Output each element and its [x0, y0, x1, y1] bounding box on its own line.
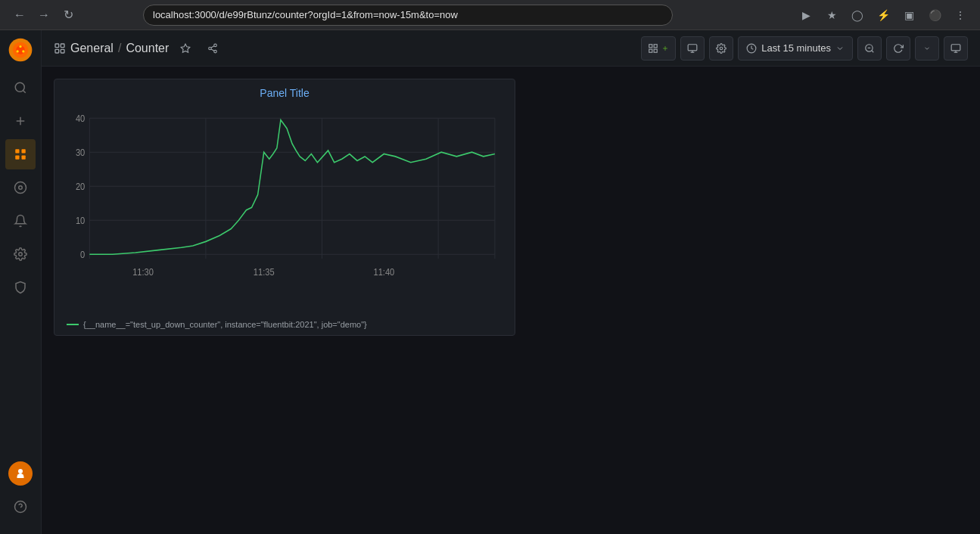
panel-title: Panel Title: [54, 79, 515, 104]
top-bar-actions: Last 15 minutes: [641, 36, 968, 61]
svg-point-15: [19, 186, 23, 190]
svg-point-16: [19, 253, 23, 256]
breadcrumb-general[interactable]: General: [70, 42, 114, 55]
sidebar-item-alerting[interactable]: [5, 206, 36, 236]
sidebar-item-explore[interactable]: [5, 172, 36, 203]
svg-text:11:40: 11:40: [373, 267, 394, 278]
address-bar[interactable]: localhost:3000/d/e99rBtunz/counter?orgId…: [143, 5, 673, 26]
svg-rect-33: [654, 49, 657, 52]
sidebar-item-add[interactable]: [5, 106, 36, 136]
browser-chrome: ← → ↻ localhost:3000/d/e99rBtunz/counter…: [0, 0, 980, 30]
breadcrumb: General / Counter: [54, 42, 169, 55]
chart-svg: 40 30 20 10 0 11:30 11:35 11:40: [67, 110, 502, 314]
reload-button[interactable]: ↻: [58, 5, 79, 26]
breadcrumb-separator: /: [118, 42, 121, 55]
browser-nav-buttons: ← → ↻: [9, 5, 79, 26]
svg-text:10: 10: [76, 215, 86, 225]
svg-point-26: [209, 47, 212, 50]
time-range-label: Last 15 minutes: [761, 42, 831, 54]
svg-point-6: [15, 82, 24, 92]
svg-line-28: [211, 48, 214, 50]
svg-point-3: [19, 45, 21, 48]
profile-button[interactable]: ⚫: [924, 5, 945, 26]
main-content: General / Counter: [42, 30, 980, 534]
sidebar-item-settings[interactable]: [5, 239, 36, 269]
svg-text:11:35: 11:35: [254, 267, 275, 278]
panel: Panel Title: [54, 79, 515, 336]
window-button[interactable]: ▣: [898, 5, 919, 26]
svg-point-14: [15, 182, 26, 194]
svg-line-29: [211, 45, 214, 47]
breadcrumb-counter: Counter: [126, 42, 169, 55]
grafana-logo[interactable]: [7, 36, 34, 64]
panel-body: 40 30 20 10 0 11:30 11:35 11:40: [54, 104, 515, 317]
svg-line-42: [872, 50, 874, 52]
settings-button[interactable]: [709, 36, 733, 61]
svg-point-4: [22, 50, 24, 52]
svg-rect-20: [55, 44, 59, 48]
top-bar: General / Counter: [42, 30, 980, 67]
svg-text:30: 30: [76, 147, 86, 157]
forward-button[interactable]: →: [33, 5, 54, 26]
time-range-picker[interactable]: Last 15 minutes: [738, 36, 853, 61]
svg-rect-12: [15, 156, 19, 160]
svg-rect-10: [15, 149, 19, 153]
svg-point-25: [214, 44, 217, 47]
refresh-options-button[interactable]: [915, 36, 939, 61]
svg-text:11:30: 11:30: [132, 267, 154, 278]
sidebar-bottom: [5, 461, 36, 528]
share-button[interactable]: [202, 38, 223, 59]
svg-point-5: [17, 50, 19, 52]
svg-rect-13: [22, 156, 26, 160]
cast-button[interactable]: ▶: [795, 5, 817, 26]
svg-rect-32: [649, 49, 652, 52]
svg-text:40: 40: [76, 113, 86, 123]
extensions-button[interactable]: ⚡: [873, 5, 894, 26]
svg-rect-21: [61, 44, 64, 48]
display-mode-button[interactable]: [944, 36, 968, 61]
panel-footer: {__name__="test_up_down_counter", instan…: [54, 317, 515, 335]
svg-point-17: [18, 469, 23, 473]
svg-rect-22: [55, 49, 59, 53]
bookmark-button[interactable]: ★: [821, 5, 842, 26]
star-button[interactable]: [175, 38, 196, 59]
svg-point-39: [720, 47, 723, 50]
app-layout: General / Counter: [0, 30, 980, 534]
sidebar-item-dashboards[interactable]: [5, 139, 36, 169]
url-text: localhost:3000/d/e99rBtunz/counter?orgId…: [153, 9, 458, 20]
chart-container: 40 30 20 10 0 11:30 11:35 11:40: [67, 110, 502, 314]
legend-label: {__name__="test_up_down_counter", instan…: [83, 320, 367, 329]
browser-actions: ▶ ★ ◯ ⚡ ▣ ⚫ ⋮: [795, 5, 971, 26]
sidebar: [0, 30, 42, 534]
back-button[interactable]: ←: [9, 5, 30, 26]
svg-marker-24: [181, 44, 190, 52]
menu-button[interactable]: ⋮: [950, 5, 971, 26]
add-panel-button[interactable]: [641, 36, 676, 61]
svg-rect-11: [22, 149, 26, 153]
svg-rect-23: [61, 49, 64, 53]
sidebar-item-search[interactable]: [5, 73, 36, 103]
svg-text:20: 20: [76, 181, 86, 191]
account-button[interactable]: ◯: [847, 5, 868, 26]
sidebar-item-avatar[interactable]: [8, 461, 33, 486]
svg-point-27: [214, 50, 217, 53]
sidebar-navigation: [5, 73, 36, 461]
refresh-button[interactable]: [886, 36, 910, 61]
tv-mode-button[interactable]: [680, 36, 705, 61]
svg-rect-44: [951, 44, 960, 50]
sidebar-item-shield[interactable]: [5, 272, 36, 303]
svg-rect-36: [688, 44, 697, 50]
svg-line-7: [23, 90, 25, 92]
zoom-out-button[interactable]: [857, 36, 882, 61]
svg-rect-31: [654, 44, 657, 47]
legend-color-indicator: [67, 324, 79, 325]
svg-text:0: 0: [80, 249, 86, 259]
dashboard-area: Panel Title: [42, 67, 980, 534]
sidebar-item-help[interactable]: [5, 492, 36, 522]
svg-rect-30: [649, 44, 652, 47]
